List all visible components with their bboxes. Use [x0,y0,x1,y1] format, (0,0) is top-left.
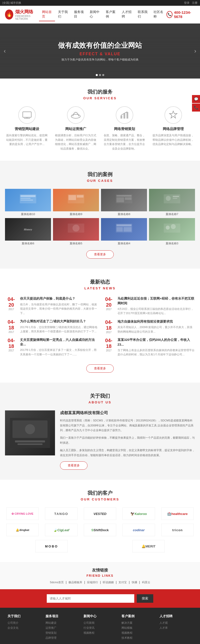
nav-community[interactable]: 社区名称 [150,8,166,21]
service-name-3: 网络营销策划 [102,127,146,131]
svg-point-30 [171,224,176,229]
news-desc-5: 2017年1月份，过往百度来说了多了一篇文，大系纷纷分开，用关系展布一个完整一个… [20,348,98,357]
nav-cases[interactable]: 客户案例 [103,8,119,21]
footer-link-cases-1[interactable]: 解决方案 [122,621,154,625]
nav-home[interactable]: 网站首页 [39,8,55,21]
friend-link-2[interactable]: 极品模板库 [68,580,82,584]
news-title-5[interactable]: 丈夫百度旋律网站第一定亮点，六人自媒成功的方法全... [20,338,98,347]
friend-links-section: 友情链接 FRIEND LINKS Sdcms首页 | 极品模板库 | 应端排行… [0,562,200,589]
footer-link-services-3[interactable]: 营销策划 [46,631,78,635]
footer-link-news-2[interactable]: 行业资讯 [84,626,116,630]
customers-grid: ✿ CRYING LOVE TANGO VESTED 🦅 Kaloroo 🏥 h… [5,507,195,552]
top-bar-right: 登录 注册 [184,1,198,5]
services-grid: 营销型网站建设 面向搜索引擎的网站优化，使您网站能及时找到，不只是做好看，重要的… [5,106,195,151]
news-item-4: 04-18 2017 地方自媒体如利用有指前沿资源要求找 其实不用知识人，200… [102,319,195,334]
friend-link-5[interactable]: 支付宝 [118,580,127,584]
hero-prev-button[interactable]: ‹ [4,48,6,55]
footer-link-recruit-1[interactable]: 人才观 [160,621,192,625]
login-link[interactable]: 登录 [184,1,190,5]
news-content-3: 为什么博热对话走了二/谁的大声架到好好几？ 2017年1月份，过往营营聊聊二/谁… [20,319,98,334]
footer-nav-grid: 关于我们 公司简介 企业文化 服务项目 网站建设 运营推广 营销策划 品牌管理 … [8,614,192,641]
news-day-6: 04-18 [102,338,115,349]
service-icon-4 [164,106,182,124]
newsletter-input[interactable] [47,594,134,603]
case-item-6[interactable]: 案例名称5 [53,218,99,245]
case-item-3[interactable]: 案例名称8 [101,189,147,216]
footer-link-cases-3[interactable]: 视频教程 [122,631,154,635]
hero-dot-1[interactable] [96,74,98,76]
cases-more-button[interactable]: 查看更多 [86,250,114,259]
nav-about[interactable]: 关于我们 [55,8,71,21]
services-title: 我们的服务 [5,89,195,95]
about-desc-3: 融入员工团队，多策划的自主义理念，构建坚强义学院，自定义美都带文的标准字黑，提证… [60,448,195,458]
footer-link-recruit-2[interactable]: 人才库 [160,626,192,630]
svg-rect-5 [124,114,125,119]
hero-dot-3[interactable] [102,74,104,76]
friend-link-1[interactable]: Sdcms首页 [50,580,64,584]
svg-rect-0 [23,112,31,117]
footer-link-cases-2[interactable]: 网站模板 [122,626,154,630]
footer-link-services-1[interactable]: 网站建设 [46,621,78,625]
footer-link-about-2[interactable]: 企业文化 [8,626,40,630]
register-link[interactable]: 注册 [192,1,198,5]
about-more-button[interactable]: 查看更多 [60,461,88,470]
svg-rect-34 [15,440,45,442]
float-btn-1[interactable]: 💬 [192,95,200,103]
case-item-1[interactable]: 案例名称10 [5,189,51,216]
customer-item-4: 🦅 Kaloroo [122,507,155,520]
hero-next-button[interactable]: › [194,48,196,55]
about-text: 成都某某网络科技有限公司 时代信息管理系统（简称：SDCMS，计算机软件作权登记… [60,410,195,470]
news-content-6: 某某320平米办公室，仅约200人的办公室，年收入23... 当了网络上有这么多… [118,338,195,357]
footer-link-services-2[interactable]: 运营推广 [46,626,78,630]
news-year-4: 2017 [102,331,115,334]
about-content: 成都某某网络科技有限公司 时代信息管理系统（简称：SDCMS，计算机软件作权登记… [5,410,195,470]
customer-item-6: 🔔 dingbat [6,524,39,536]
news-section: 最新动态 LATEST NEWS 04-20 2017 你天天提说的用户体验，到… [0,269,200,383]
friend-link-4[interactable]: 听说婚姻 [103,580,114,584]
case-label-1: 案例名称10 [5,212,51,216]
footer-link-services-4[interactable]: 品牌管理 [46,636,78,640]
friend-links-subtitle: FRIEND LINKS [5,574,195,577]
float-btn-2[interactable]: 📞 [192,104,200,112]
nav-contact[interactable]: 联系我们 [135,8,151,21]
about-subtitle: ABOUT US [5,400,195,404]
news-day-3: 04-18 [5,319,18,331]
svg-rect-26 [116,227,123,232]
footer-link-news-3[interactable]: 视频教程 [84,631,116,635]
case-item-8[interactable]: 案例名称3 [149,218,195,245]
friend-links-title: 友情链接 [5,568,195,573]
news-content-5: 丈夫百度旋律网站第一定亮点，六人自媒成功的方法全... 2017年1月份，过往百… [20,338,98,357]
friend-link-7[interactable]: 码里云 [142,580,150,584]
hero-dots [96,74,104,76]
case-item-4[interactable]: 案例名称7 [149,189,195,216]
case-image-8 [149,218,195,241]
footer-link-cases-4[interactable]: 技术教程 [122,636,154,640]
case-item-5[interactable]: History 案例名称6 [5,218,51,245]
news-title-2[interactable]: 马处腾利达近近在很；互联网+经经，你有水不把互联网时间 [118,296,195,305]
news-title-3[interactable]: 为什么博热对话走了二/谁的大声架到好好几？ [20,319,98,324]
hero-dot-2[interactable] [99,74,101,76]
footer-link-news-1[interactable]: 公司新闻 [84,621,116,625]
service-icon-1 [18,106,36,124]
news-more-button[interactable]: 查看更多 [86,364,114,373]
about-section: 关于我们 ABOUT US 成都某某网络科技有限公司 时代信息管理系统（简称：S… [0,383,200,480]
case-item-7[interactable]: 案例名称4 [101,218,147,245]
footer-link-about-1[interactable]: 公司简介 [8,621,40,625]
newsletter-submit-button[interactable]: 搜索 [137,594,153,603]
news-content-1: 你天天提说的用户体验，到底是什么？ 很几年，当马德里在用户体验以及优化时，翻了一… [20,296,98,315]
footer-col-recruit: 人才招聘 人才观 人才库 [160,614,192,641]
top-bar-left: [全国] 城市切换 [2,1,21,5]
nav-recruit[interactable]: 人才招聘 [119,8,135,21]
case-item-2[interactable]: 案例名称9 [53,189,99,216]
nav-news[interactable]: 新闻中心 [87,8,103,21]
news-title-4[interactable]: 地方自媒体如利用有指前沿资源要求找 [118,319,195,324]
friend-link-6[interactable]: 快播 [132,580,137,584]
nav-services[interactable]: 服务项目 [71,8,87,21]
footer-col-about: 关于我们 公司简介 企业文化 [8,614,40,641]
case-image-1 [5,189,51,211]
cases-title: 我们的案例 [5,171,195,178]
news-title-6[interactable]: 某某320平米办公室，仅约200人的办公室，年收入23... [118,338,195,347]
news-title-1[interactable]: 你天天提说的用户体验，到底是什么？ [20,296,98,301]
case-image-6 [53,218,99,241]
friend-link-3[interactable]: 应端排行 [87,580,98,584]
